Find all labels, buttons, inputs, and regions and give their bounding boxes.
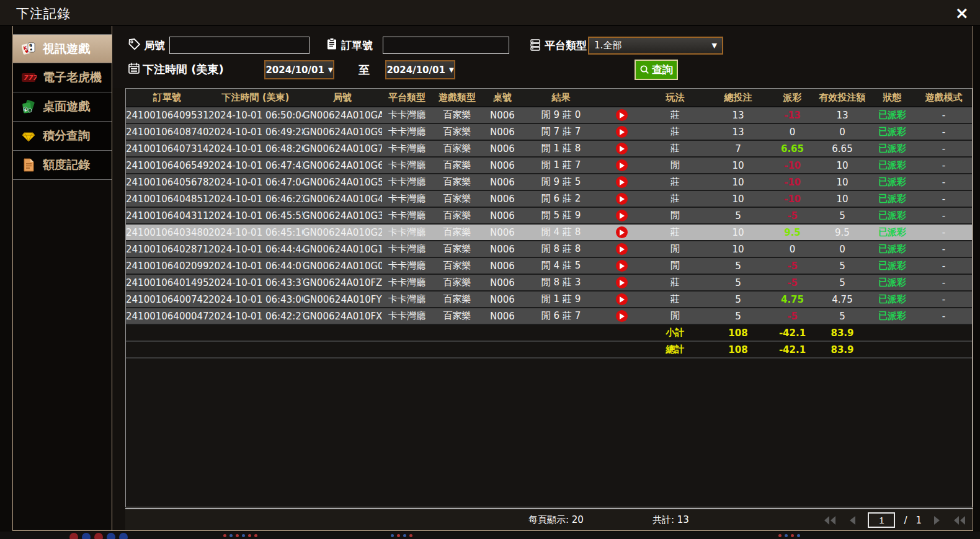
cell-replay [600,292,643,308]
cell-result: 閒 8 莊 8 [522,241,600,258]
total-payout: -42.1 [769,325,816,342]
replay-button[interactable] [616,193,628,205]
table-row[interactable]: 2410010640731412024-10-01 06:48:20GN0062… [126,141,972,158]
round-no-label: 局號 [144,38,165,53]
cell-result: 閒 9 莊 0 [522,107,600,124]
replay-button[interactable] [616,243,628,255]
cell-table_no: N006 [483,158,522,174]
cell-game: 百家樂 [432,158,483,174]
cell-round: GN00624A010G4 [303,191,382,208]
table-row[interactable]: 2410010640485152024-10-01 06:46:22GN0062… [126,191,972,208]
table-row[interactable]: 2410010640654982024-10-01 06:47:43GN0062… [126,158,972,174]
cell-status: 已派彩 [869,107,915,124]
cell-result: 閒 6 莊 7 [522,308,600,325]
first-page-icon[interactable] [823,514,837,527]
table-row[interactable]: 2410010640953122024-10-01 06:50:04GN0062… [126,107,972,124]
table-row[interactable]: 2410010640004702024-10-01 06:42:27GN0062… [126,308,972,325]
page-number-input[interactable] [868,512,895,528]
cell-payout: -10 [769,191,816,208]
cell-play: 閒 [643,258,707,275]
cell-platform: 卡卡灣廳 [382,208,432,225]
table-games-icon: $ [20,99,37,115]
replay-button[interactable] [616,277,628,288]
cell-table_no: N006 [483,191,522,208]
tag-icon [127,38,141,51]
cell-result: 閒 7 莊 7 [522,124,600,141]
replay-button[interactable] [616,109,628,121]
platform-type-select[interactable]: 1.全部 ▼ [588,37,723,55]
cell-valid: 0 [816,124,869,141]
cell-order: 241001064073141 [126,141,208,158]
replay-button[interactable] [616,143,628,154]
cell-platform: 卡卡灣廳 [382,308,432,325]
cell-payout: 0 [769,241,816,258]
cell-payout: 4.75 [769,292,816,308]
replay-button[interactable] [616,260,628,272]
last-page-icon[interactable] [953,514,966,527]
table-row[interactable]: 2410010640567822024-10-01 06:47:04GN0062… [126,174,972,191]
date-from-picker[interactable]: 2024/10/01 ▼ [264,60,334,79]
sidebar-item-4[interactable]: 積分查詢 [13,122,112,151]
title-bar: 下注記錄 × [0,0,980,26]
page-separator: / [904,515,907,526]
cell-mode: - [915,208,972,225]
replay-button[interactable] [616,176,628,188]
replay-button[interactable] [616,310,628,322]
close-icon[interactable]: × [955,4,969,22]
cell-play: 莊 [643,174,707,191]
total-pages: 1 [915,515,922,526]
order-no-input[interactable] [383,37,509,54]
bet-time-label: 下注時間 (美東) [143,62,224,77]
table-row[interactable]: 2410010640348092024-10-01 06:45:16GN0062… [126,225,972,241]
table-row[interactable]: 2410010640209902024-10-01 06:44:07GN0062… [126,258,972,275]
cell-time: 2024-10-01 06:44:07 [208,258,303,275]
cell-table_no: N006 [483,107,522,124]
column-header: 狀態 [869,89,915,107]
cell-valid: 5 [816,208,869,225]
cell-replay [600,174,643,191]
calendar-icon [127,61,141,75]
sidebar-item-3[interactable]: $桌面遊戲 [13,92,112,122]
cell-order: 241001064043115 [126,208,208,225]
cell-round: GN00624A010GA [303,107,382,124]
cell-bet: 10 [707,191,769,208]
search-button[interactable]: 查詢 [635,60,678,80]
date-to-value: 2024/10/01 [386,65,445,76]
cell-bet: 5 [707,275,769,292]
cell-table_no: N006 [483,208,522,225]
cell-status: 已派彩 [869,292,915,308]
table-row[interactable]: 2410010640287132024-10-01 06:44:44GN0062… [126,241,972,258]
date-to-label: 至 [359,63,370,78]
column-header: 平台類型 [382,89,432,107]
cell-round: GN00624A010FX [303,308,382,325]
cell-game: 百家樂 [432,174,483,191]
sidebar-item-1[interactable]: K♥9♠視訊遊戲 [13,34,112,63]
cell-bet: 10 [707,225,769,241]
cell-table_no: N006 [483,241,522,258]
table-row[interactable]: 2410010640874042024-10-01 06:49:28GN0062… [126,124,972,141]
next-page-icon[interactable] [930,514,944,527]
prev-page-icon[interactable] [845,514,859,527]
cell-payout: -5 [769,275,816,292]
cell-time: 2024-10-01 06:47:04 [208,174,303,191]
column-header: 下注時間 (美東) [208,89,303,107]
replay-button[interactable] [616,159,628,171]
sidebar-item-2[interactable]: 777電子老虎機 [13,63,112,92]
cell-payout: -5 [769,308,816,325]
replay-button[interactable] [616,126,628,138]
table-row[interactable]: 2410010640431152024-10-01 06:45:55GN0062… [126,208,972,225]
table-row[interactable]: 2410010640074242024-10-01 06:43:00GN0062… [126,292,972,308]
replay-button[interactable] [616,210,628,221]
round-no-input[interactable] [169,37,310,54]
cell-payout: -5 [769,258,816,275]
replay-button[interactable] [616,293,628,305]
column-header: 派彩 [769,89,816,107]
table-row[interactable]: 2410010640149542024-10-01 06:43:37GN0062… [126,275,972,292]
sidebar-item-5[interactable]: 額度記錄 [13,151,112,180]
date-to-picker[interactable]: 2024/10/01 ▼ [385,60,455,79]
cell-table_no: N006 [483,124,522,141]
cell-replay [600,258,643,275]
column-header: 結果 [522,89,600,107]
cell-time: 2024-10-01 06:45:16 [208,225,303,241]
replay-button[interactable] [616,226,628,238]
